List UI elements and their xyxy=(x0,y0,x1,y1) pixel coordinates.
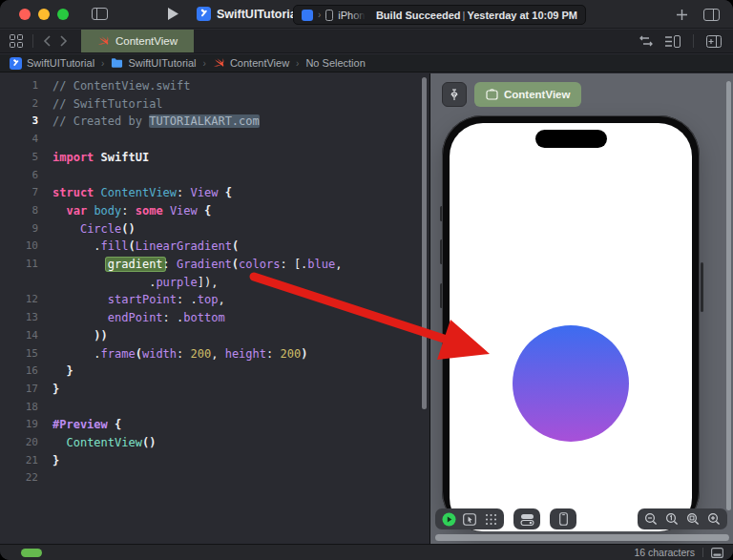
code-line: 21} xyxy=(0,452,342,470)
line-number: 12 xyxy=(0,291,38,309)
code-line: 6 xyxy=(0,167,342,185)
build-status: Build Succeeded|Yesterday at 10:09 PM xyxy=(376,10,577,21)
code-line: 7struct ContentView: View { xyxy=(0,184,342,202)
code-text: Circle() xyxy=(38,220,136,239)
canvas-horizontal-scrollbar[interactable] xyxy=(435,534,729,541)
status-indicator-pill xyxy=(21,549,42,557)
code-line: 17} xyxy=(0,381,342,399)
swap-editors-icon[interactable] xyxy=(639,35,653,47)
device-settings-button[interactable] xyxy=(553,508,574,529)
code-text: ContentView() xyxy=(38,434,156,452)
zoom-window-button[interactable] xyxy=(57,9,69,20)
editor-layout-icon[interactable] xyxy=(703,9,720,21)
device-icon xyxy=(325,10,333,21)
variants-grid-button[interactable] xyxy=(480,508,501,529)
line-number: 16 xyxy=(0,363,38,381)
live-preview-button[interactable] xyxy=(438,508,459,529)
line-number: 1 xyxy=(0,77,38,95)
code-line: 20 ContentView() xyxy=(0,434,342,452)
code-text: // Created by TUTORIALKART.com xyxy=(38,113,260,131)
preview-target-pill[interactable]: ContentView xyxy=(474,82,581,107)
line-number: 15 xyxy=(0,345,38,363)
zoom-fit-icon[interactable] xyxy=(682,508,703,529)
pin-preview-button[interactable] xyxy=(442,82,467,107)
breadcrumb-item[interactable]: SwiftUITutorial xyxy=(10,57,94,69)
tabbar: ContentView xyxy=(0,30,733,53)
code-line: 15 .frame(width: 200, height: 200) xyxy=(0,345,342,363)
code-text: import SwiftUI xyxy=(38,149,149,167)
breadcrumb-item[interactable]: No Selection xyxy=(305,57,365,69)
line-number: 11 xyxy=(0,256,38,274)
code-text: )) xyxy=(38,327,108,345)
code-line: 2// SwiftTutorial xyxy=(0,95,342,114)
app-icon xyxy=(10,57,22,69)
close-window-button[interactable] xyxy=(19,9,31,20)
line-number: 5 xyxy=(0,149,38,167)
project-badge[interactable]: SwiftUITutorial xyxy=(197,7,300,21)
run-button[interactable] xyxy=(167,7,179,21)
color-scheme-variants-button[interactable] xyxy=(516,508,537,529)
project-name: SwiftUITutorial xyxy=(217,8,300,21)
breadcrumb-item[interactable]: ContentView xyxy=(213,57,289,69)
color-scheme-group xyxy=(513,508,540,529)
iphone-preview-frame[interactable] xyxy=(442,115,700,531)
scheme-app-icon xyxy=(302,10,313,21)
breadcrumb-label: ContentView xyxy=(230,57,289,69)
minimap-icon[interactable] xyxy=(665,35,681,48)
zoom-out-icon[interactable] xyxy=(640,508,661,529)
breadcrumb: SwiftUITutorial›SwiftUITutorial›ContentV… xyxy=(0,54,733,73)
code-text xyxy=(38,131,52,149)
code-text: // SwiftTutorial xyxy=(38,95,163,114)
statusbar: 16 characters xyxy=(0,544,733,560)
breadcrumb-item[interactable]: SwiftUITutorial xyxy=(111,57,196,69)
dynamic-island xyxy=(535,130,607,148)
code-text xyxy=(38,469,52,487)
line-number: 21 xyxy=(0,452,38,470)
source-editor[interactable]: 1// ContentView.swift2// SwiftTutorial3/… xyxy=(0,73,429,544)
zoom-controls-group xyxy=(638,508,727,529)
breadcrumb-separator: › xyxy=(101,58,104,69)
code-line: 22 xyxy=(0,469,342,487)
library-add-icon[interactable] xyxy=(676,9,688,21)
line-number: 6 xyxy=(0,167,38,185)
editor-only-icon[interactable] xyxy=(711,548,723,558)
code-line: 5import SwiftUI xyxy=(0,149,342,167)
go-forward-icon[interactable] xyxy=(60,35,68,47)
line-number: 9 xyxy=(0,220,38,239)
breadcrumb-label: SwiftUITutorial xyxy=(128,57,196,69)
preview-mode-group xyxy=(435,508,504,529)
line-number: 22 xyxy=(0,469,38,487)
gradient-circle xyxy=(513,325,629,442)
breadcrumb-label: No Selection xyxy=(305,57,365,69)
minimize-window-button[interactable] xyxy=(38,9,50,20)
folder-icon xyxy=(111,57,123,69)
line-number: 4 xyxy=(0,131,38,149)
phone-side-button xyxy=(701,262,703,312)
zoom-in-icon[interactable] xyxy=(703,508,724,529)
go-back-icon[interactable] xyxy=(43,35,51,47)
editor-scrollbar[interactable] xyxy=(422,77,427,409)
tab-overview-icon[interactable] xyxy=(10,34,23,48)
code-text: } xyxy=(38,381,59,399)
zoom-100-icon[interactable] xyxy=(661,508,682,529)
code-line: 18 xyxy=(0,399,342,417)
add-editor-icon[interactable] xyxy=(706,35,722,48)
line-number: 20 xyxy=(0,434,38,452)
line-number: 3 xyxy=(0,113,38,131)
line-number: 7 xyxy=(0,184,38,202)
character-count: 16 characters xyxy=(634,547,695,558)
activity-status-pill[interactable]: › iPhone 16 P Build Succeeded|Yesterday … xyxy=(293,5,586,25)
code-line: 19#Preview { xyxy=(0,416,342,434)
tab-contentview[interactable]: ContentView xyxy=(81,30,194,52)
toggle-navigator-icon[interactable] xyxy=(92,8,108,20)
line-number xyxy=(0,274,38,292)
line-number: 18 xyxy=(0,399,38,417)
line-number: 13 xyxy=(0,309,38,327)
selectable-preview-button[interactable] xyxy=(459,508,480,529)
canvas-vertical-scrollbar[interactable] xyxy=(726,81,731,510)
tab-label: ContentView xyxy=(115,35,178,47)
xcode-window: SwiftUITutorial › iPhone 16 P Build Succ… xyxy=(0,0,733,560)
line-number: 10 xyxy=(0,238,38,256)
traffic-lights xyxy=(19,9,69,20)
titlebar: SwiftUITutorial › iPhone 16 P Build Succ… xyxy=(0,0,733,29)
